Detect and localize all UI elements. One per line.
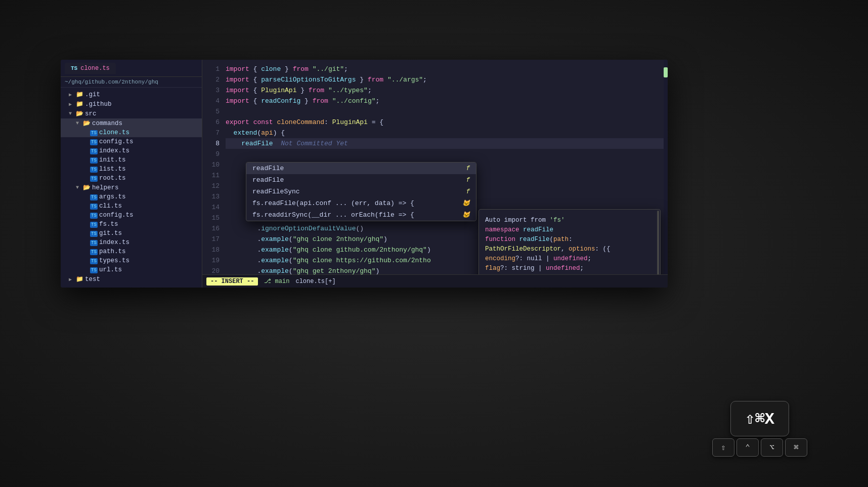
folder-icon: 📁	[76, 100, 85, 108]
tree-label: helpers	[92, 184, 119, 191]
ts-file-icon: TS	[90, 193, 99, 200]
tab-filename: clone.ts	[80, 65, 110, 72]
tree-item-list-ts[interactable]: TS list.ts	[61, 165, 202, 174]
completion-label: fs.readdirSync(__dir ... orEach(file => …	[252, 211, 462, 219]
code-line: import { PluginApi } from "../types";	[226, 85, 664, 96]
tree-item-root-ts[interactable]: TS root.ts	[61, 174, 202, 183]
tree-item-url-ts[interactable]: TS url.ts	[61, 265, 202, 274]
completion-label: fs.readFile(api.conf ... (err, data) => …	[252, 199, 462, 207]
code-line: import { readConfig } from "../config";	[226, 96, 664, 106]
completion-type: f	[466, 188, 470, 195]
line-numbers: 12345 6789 1011121314 1516171819 202122	[202, 60, 222, 274]
tree-item-init-ts[interactable]: TS init.ts	[61, 155, 202, 165]
folder-icon: 📁	[76, 275, 85, 283]
cmd-key[interactable]: ⌘	[785, 438, 807, 457]
tab-lang: TS	[71, 65, 77, 71]
code-line	[226, 149, 664, 159]
sub-keys-row: ⇧ ⌃ ⌥ ⌘	[712, 438, 807, 457]
ctrl-key[interactable]: ⌃	[736, 438, 759, 457]
tree-item-src[interactable]: ▼ 📂 src	[61, 109, 202, 118]
tree-item-test[interactable]: ▶ 📁 test	[61, 274, 202, 284]
arrow-icon: ▶	[69, 92, 76, 98]
code-editor: 12345 6789 1011121314 1516171819 202122 …	[202, 60, 668, 288]
ide-window: TS clone.ts ~/ghq/github.com/2nthony/ghq…	[61, 60, 668, 288]
tree-label: config.ts	[99, 138, 134, 145]
shift-key[interactable]: ⇧	[712, 438, 734, 457]
hover-line: function readFile(path:	[485, 235, 654, 245]
tree-label: types.ts	[99, 257, 129, 264]
tree-label: clone.ts	[99, 129, 129, 136]
status-bar: -- INSERT -- ⎇ main clone.ts[+]	[202, 274, 668, 288]
tree-item-commands[interactable]: ▼ 📂 commands	[61, 118, 202, 128]
tree-item-clone-ts[interactable]: TS clone.ts	[61, 128, 202, 137]
completion-item-4[interactable]: fs.readFile(api.conf ... (err, data) => …	[246, 197, 476, 209]
editor-content[interactable]: 12345 6789 1011121314 1516171819 202122 …	[202, 60, 668, 274]
alt-key[interactable]: ⌥	[761, 438, 783, 457]
completion-icon: 🐱	[462, 199, 470, 207]
tree-item-index2-ts[interactable]: TS index.ts	[61, 238, 202, 247]
tree-item-index-ts[interactable]: TS index.ts	[61, 146, 202, 155]
tree-label: test	[85, 276, 100, 283]
completion-popup: readFile f readFile f readFileSync f fs.…	[246, 162, 476, 221]
ts-file-icon: TS	[90, 156, 99, 164]
tree-label: url.ts	[99, 266, 122, 273]
active-tab[interactable]: TS clone.ts	[65, 63, 116, 74]
completion-item-2[interactable]: readFile f	[246, 174, 476, 186]
completion-item-3[interactable]: readFileSync f	[246, 186, 476, 197]
hover-docs-popup: Auto import from 'fs' namespace readFile…	[479, 209, 661, 274]
completion-item-1[interactable]: readFile f	[246, 163, 476, 174]
tree-label: cli.ts	[99, 202, 122, 210]
hover-line: } & EventEmitter.Abortable) | null |	[485, 273, 654, 274]
folder-open-icon: 📂	[83, 119, 92, 127]
code-line	[226, 106, 664, 117]
scrollbar-thumb	[664, 67, 668, 77]
scrollbar[interactable]	[657, 211, 659, 274]
tree-item-helpers[interactable]: ▼ 📂 helpers	[61, 183, 202, 192]
ts-file-icon: TS	[90, 230, 99, 237]
keyboard-shortcut-overlay: ⇧⌘X ⇧ ⌃ ⌥ ⌘	[712, 401, 807, 457]
tree-item-cli-ts[interactable]: TS cli.ts	[61, 201, 202, 211]
code-line: export const cloneCommand: PluginApi = {	[226, 117, 664, 128]
completion-item-5[interactable]: fs.readdirSync(__dir ... orEach(file => …	[246, 209, 476, 221]
ts-file-icon: TS	[90, 221, 99, 228]
completion-label: readFileSync	[252, 188, 466, 195]
completion-type: f	[466, 177, 470, 184]
completion-icon: 🐱	[462, 211, 470, 219]
breadcrumb: ~/ghq/github.com/2nthony/ghq	[61, 77, 202, 88]
ts-file-icon: TS	[90, 175, 99, 182]
ts-file-icon: TS	[90, 166, 99, 173]
editor-scrollbar[interactable]	[664, 60, 668, 274]
arrow-icon: ▼	[76, 185, 83, 190]
tree-item-path-ts[interactable]: TS path.ts	[61, 247, 202, 256]
code-line: import { clone } from "../git";	[226, 64, 664, 74]
arrow-icon: ▼	[69, 111, 76, 116]
tree-item-fs-ts[interactable]: TS fs.ts	[61, 220, 202, 229]
tree-label: .git	[85, 91, 100, 98]
completion-type: f	[466, 165, 470, 172]
tree-item-config-ts[interactable]: TS config.ts	[61, 137, 202, 146]
tree-item-git-ts[interactable]: TS git.ts	[61, 229, 202, 238]
arrow-icon: ▼	[76, 120, 83, 126]
tree-label: index.ts	[99, 147, 129, 154]
ts-file-icon: TS	[90, 138, 99, 145]
tree-item-types-ts[interactable]: TS types.ts	[61, 256, 202, 265]
code-line-active: readFile Not Committed Yet	[226, 138, 664, 149]
tree-label: src	[85, 110, 97, 117]
tree-item-github[interactable]: ▶ 📁 .github	[61, 99, 202, 109]
ts-file-icon: TS	[90, 257, 99, 264]
ts-file-icon: TS	[90, 129, 99, 136]
ts-file-icon: TS	[90, 147, 99, 154]
tree-label: .github	[85, 101, 112, 108]
folder-open-icon: 📂	[76, 110, 85, 117]
main-key: ⇧⌘X	[730, 401, 789, 436]
status-filename: clone.ts[+]	[295, 278, 335, 285]
tree-item-args-ts[interactable]: TS args.ts	[61, 192, 202, 201]
tree-item-config2-ts[interactable]: TS config.ts	[61, 211, 202, 220]
code-line: extend(api) {	[226, 128, 664, 138]
ts-file-icon: TS	[90, 248, 99, 255]
hover-line: encoding?: null | undefined;	[485, 254, 654, 264]
ts-file-icon: TS	[90, 266, 99, 273]
tree-label: init.ts	[99, 156, 126, 164]
tree-item-git[interactable]: ▶ 📁 .git	[61, 90, 202, 99]
code-line: import { parseCliOptionsToGitArgs } from…	[226, 74, 664, 85]
